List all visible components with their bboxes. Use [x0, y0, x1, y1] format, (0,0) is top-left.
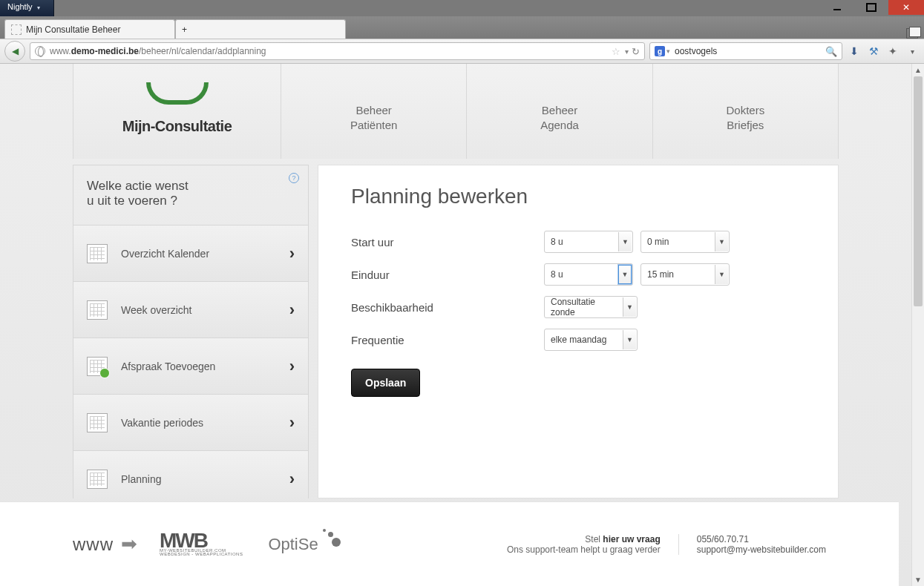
- select-value: Consultatie zonde: [551, 297, 620, 317]
- window-close-button[interactable]: [888, 0, 924, 15]
- chevron-right-icon: ›: [289, 300, 295, 320]
- save-button[interactable]: Opslaan: [351, 369, 420, 397]
- select-value: 8 u: [551, 269, 563, 280]
- google-icon: g: [655, 46, 665, 56]
- app-menu-button[interactable]: Nightly: [0, 0, 54, 16]
- field-label: Beschikbaarheid: [351, 301, 544, 314]
- browser-tab-active[interactable]: Mijn Consultatie Beheer: [4, 19, 175, 39]
- footer-email[interactable]: support@my-websitebuilder.com: [697, 544, 826, 555]
- field-beschikbaarheid: Beschikbaarheid Consultatie zonde ▼: [351, 296, 805, 318]
- select-start-hour[interactable]: 8 u ▼: [544, 231, 633, 253]
- tab-groups-button[interactable]: [906, 28, 918, 39]
- nav-label-line1: Beheer: [542, 103, 577, 118]
- addon-icon[interactable]: ✦: [885, 44, 900, 59]
- search-bar[interactable]: g ▾ oostvogels 🔍: [649, 42, 842, 60]
- url-host: demo-medici.be: [71, 46, 139, 56]
- footer-contact: 055/60.70.71 support@my-websitebuilder.c…: [679, 534, 826, 555]
- calendar-icon: [87, 413, 108, 432]
- scroll-down-icon[interactable]: ▼: [912, 573, 924, 586]
- url-path: /beheer/nl/calendar/addplanning: [139, 46, 266, 56]
- field-label: Frequentie: [351, 334, 544, 346]
- page-content: Mijn-Consultatie Beheer Patiënten Beheer…: [0, 64, 911, 586]
- sidebar-prompt-line1: Welke actie wenst: [87, 179, 189, 193]
- url-bar[interactable]: www.demo-medici.be/beheer/nl/calendar/ad…: [30, 42, 645, 60]
- brand-column[interactable]: Mijn-Consultatie: [73, 64, 281, 159]
- nav-label-line2: Agenda: [540, 118, 579, 133]
- window-maximize-button[interactable]: [854, 0, 888, 15]
- sidebar-item-vakantie-periodes[interactable]: Vakantie periodes ›: [73, 395, 308, 451]
- footer-optiseo-logo[interactable]: OptiSe: [268, 535, 340, 554]
- sidebar-item-label: Overzicht Kalender: [121, 248, 209, 260]
- new-tab-button[interactable]: +: [175, 19, 346, 39]
- calendar-icon: [87, 244, 108, 263]
- calendar-icon: [87, 300, 108, 320]
- select-value: elke maandag: [551, 335, 606, 345]
- sidebar-item-week-overzicht[interactable]: Week overzicht ›: [73, 282, 308, 338]
- optiseo-dots-icon: [321, 529, 341, 548]
- chevron-right-icon: ›: [289, 244, 295, 263]
- toolbar-dropdown-icon[interactable]: ▾: [905, 44, 920, 59]
- sidebar-item-overzicht-kalender[interactable]: Overzicht Kalender ›: [73, 225, 308, 282]
- support-link[interactable]: hier uw vraag: [603, 534, 660, 544]
- select-end-min[interactable]: 15 min ▼: [640, 263, 730, 286]
- field-start-uur: Start uur 8 u ▼ 0 min ▼: [351, 231, 805, 253]
- page-footer: www ➡ MWB MY-WEBSITEBUILDER.COM WEBDESIG…: [0, 501, 899, 586]
- footer-mwb-logo[interactable]: MWB MY-WEBSITEBUILDER.COM WEBDESIGN - WE…: [160, 533, 243, 556]
- titlebar-spacer: [54, 0, 820, 16]
- select-frequency[interactable]: elke maandag ▼: [544, 329, 638, 351]
- footer-support-text: Stel hier uw vraag Ons support-team help…: [507, 534, 679, 555]
- chevron-down-icon: ▼: [623, 330, 636, 349]
- window-minimize-button[interactable]: [820, 0, 854, 15]
- bookmark-star-icon[interactable]: ☆: [612, 46, 620, 57]
- brand-logo-icon: [146, 82, 209, 105]
- scroll-thumb[interactable]: [914, 76, 923, 306]
- nav-beheer-agenda[interactable]: Beheer Agenda: [467, 64, 652, 159]
- chevron-down-icon: ▼: [715, 232, 728, 251]
- field-einduur: Einduur 8 u ▼ 15 min ▼: [351, 263, 805, 286]
- select-end-hour[interactable]: 8 u ▼: [544, 263, 633, 286]
- sidebar-item-label: Planning: [121, 473, 162, 485]
- vertical-scrollbar[interactable]: ▲ ▼: [911, 64, 924, 586]
- select-availability[interactable]: Consultatie zonde ▼: [544, 296, 638, 318]
- devtools-icon[interactable]: ⚒: [866, 44, 881, 59]
- globe-icon: [35, 46, 45, 56]
- scroll-up-icon[interactable]: ▲: [912, 64, 924, 76]
- support-line2: Ons support-team helpt u graag verder: [507, 544, 661, 555]
- url-dropdown-icon[interactable]: ▾: [625, 47, 629, 56]
- plus-icon: +: [182, 24, 187, 35]
- nav-beheer-patienten[interactable]: Beheer Patiënten: [281, 64, 467, 159]
- nav-label-line2: Patiënten: [350, 118, 397, 133]
- sidebar-item-label: Week overzicht: [121, 304, 191, 316]
- chevron-down-icon: ▼: [618, 232, 632, 251]
- footer-www: www: [73, 534, 114, 555]
- nav-label-line1: Dokters: [726, 103, 764, 118]
- footer-phone: 055/60.70.71: [697, 534, 826, 544]
- sidebar-item-label: Vakantie periodes: [121, 417, 203, 429]
- search-icon[interactable]: 🔍: [825, 46, 837, 57]
- select-start-min[interactable]: 0 min ▼: [640, 231, 730, 253]
- nav-dokters-briefjes[interactable]: Dokters Briefjes: [653, 64, 838, 159]
- chevron-right-icon: ›: [289, 470, 295, 489]
- help-icon[interactable]: ?: [289, 173, 299, 183]
- back-button[interactable]: [4, 41, 25, 62]
- field-frequentie: Frequentie elke maandag ▼: [351, 329, 805, 351]
- browser-tabbar: Mijn Consultatie Beheer +: [0, 16, 924, 39]
- sidebar-item-planning[interactable]: Planning ›: [73, 451, 308, 507]
- select-value: 15 min: [647, 269, 674, 280]
- sidebar-item-afspraak-toevoegen[interactable]: Afspraak Toevoegen ›: [73, 338, 308, 395]
- nav-label-line1: Beheer: [355, 103, 391, 118]
- arrow-right-icon: ➡: [121, 533, 137, 556]
- tab-title: Mijn Consultatie Beheer: [26, 24, 120, 35]
- search-engine-dropdown-icon[interactable]: ▾: [666, 47, 670, 55]
- downloads-icon[interactable]: ⬇: [847, 44, 862, 59]
- chevron-right-icon: ›: [289, 357, 295, 376]
- calendar-icon: [87, 470, 108, 489]
- chevron-down-icon: ▼: [618, 265, 632, 284]
- reload-icon[interactable]: ↻: [632, 46, 640, 57]
- page-viewport: Mijn-Consultatie Beheer Patiënten Beheer…: [0, 64, 924, 586]
- body-two-column: Welke actie wenst u uit te voeren ? ? Ov…: [73, 165, 839, 498]
- field-label: Start uur: [351, 236, 544, 248]
- optiseo-text: OptiSe: [268, 535, 318, 553]
- select-value: 8 u: [551, 237, 563, 247]
- top-navigation: Mijn-Consultatie Beheer Patiënten Beheer…: [73, 64, 839, 159]
